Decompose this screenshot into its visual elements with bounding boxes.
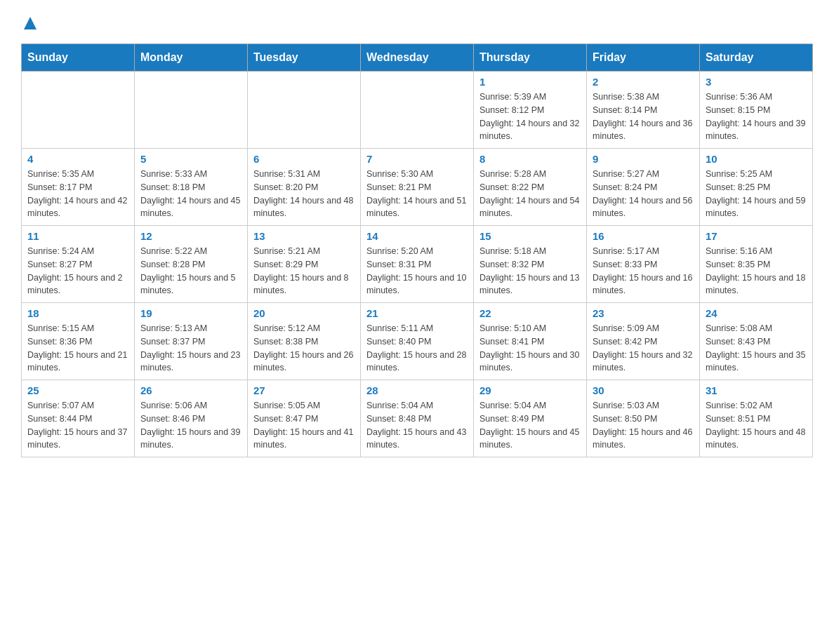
- day-info: Sunrise: 5:06 AMSunset: 8:46 PMDaylight:…: [140, 399, 241, 452]
- calendar-cell: 29Sunrise: 5:04 AMSunset: 8:49 PMDayligh…: [474, 380, 587, 457]
- calendar-cell: 21Sunrise: 5:11 AMSunset: 8:40 PMDayligh…: [361, 303, 474, 380]
- calendar-cell: 22Sunrise: 5:10 AMSunset: 8:41 PMDayligh…: [474, 303, 587, 380]
- day-number: 13: [253, 230, 355, 242]
- day-number: 22: [479, 307, 581, 319]
- day-info: Sunrise: 5:13 AMSunset: 8:37 PMDaylight:…: [140, 322, 241, 375]
- day-number: 19: [140, 307, 241, 319]
- day-info: Sunrise: 5:16 AMSunset: 8:35 PMDaylight:…: [706, 245, 807, 297]
- day-of-week-header: Wednesday: [361, 44, 474, 72]
- day-number: 20: [253, 307, 355, 319]
- day-number: 21: [366, 307, 468, 319]
- calendar-cell: 12Sunrise: 5:22 AMSunset: 8:28 PMDayligh…: [135, 226, 248, 303]
- calendar-cell: 8Sunrise: 5:28 AMSunset: 8:22 PMDaylight…: [474, 149, 587, 226]
- calendar-cell: 14Sunrise: 5:20 AMSunset: 8:31 PMDayligh…: [361, 226, 474, 303]
- calendar-cell: 30Sunrise: 5:03 AMSunset: 8:50 PMDayligh…: [587, 380, 700, 457]
- day-number: 17: [706, 230, 807, 242]
- day-number: 31: [706, 384, 807, 396]
- calendar-cell: 15Sunrise: 5:18 AMSunset: 8:32 PMDayligh…: [474, 226, 587, 303]
- day-number: 14: [366, 230, 468, 242]
- day-info: Sunrise: 5:39 AMSunset: 8:12 PMDaylight:…: [479, 90, 581, 143]
- day-info: Sunrise: 5:07 AMSunset: 8:44 PMDaylight:…: [27, 399, 128, 452]
- calendar-cell: 13Sunrise: 5:21 AMSunset: 8:29 PMDayligh…: [248, 226, 361, 303]
- day-number: 16: [593, 230, 694, 242]
- day-number: 23: [593, 307, 694, 319]
- day-info: Sunrise: 5:20 AMSunset: 8:31 PMDaylight:…: [366, 245, 468, 297]
- calendar-header-row: SundayMondayTuesdayWednesdayThursdayFrid…: [22, 44, 813, 72]
- calendar-cell: [22, 72, 135, 149]
- day-info: Sunrise: 5:17 AMSunset: 8:33 PMDaylight:…: [593, 245, 694, 297]
- day-info: Sunrise: 5:15 AMSunset: 8:36 PMDaylight:…: [27, 322, 128, 375]
- calendar-cell: 6Sunrise: 5:31 AMSunset: 8:20 PMDaylight…: [248, 149, 361, 226]
- calendar-cell: [135, 72, 248, 149]
- day-of-week-header: Tuesday: [248, 44, 361, 72]
- header: [21, 14, 813, 29]
- calendar-cell: 31Sunrise: 5:02 AMSunset: 8:51 PMDayligh…: [700, 380, 813, 457]
- day-number: 10: [706, 153, 807, 165]
- page: SundayMondayTuesdayWednesdayThursdayFrid…: [0, 0, 834, 478]
- day-info: Sunrise: 5:10 AMSunset: 8:41 PMDaylight:…: [479, 322, 581, 375]
- calendar-cell: 25Sunrise: 5:07 AMSunset: 8:44 PMDayligh…: [22, 380, 135, 457]
- week-row: 18Sunrise: 5:15 AMSunset: 8:36 PMDayligh…: [22, 303, 813, 380]
- day-number: 3: [706, 76, 807, 88]
- day-info: Sunrise: 5:22 AMSunset: 8:28 PMDaylight:…: [140, 245, 241, 297]
- day-of-week-header: Sunday: [22, 44, 135, 72]
- day-of-week-header: Saturday: [700, 44, 813, 72]
- calendar-table: SundayMondayTuesdayWednesdayThursdayFrid…: [21, 43, 813, 457]
- calendar-cell: [248, 72, 361, 149]
- calendar-cell: 27Sunrise: 5:05 AMSunset: 8:47 PMDayligh…: [248, 380, 361, 457]
- day-info: Sunrise: 5:04 AMSunset: 8:48 PMDaylight:…: [366, 399, 468, 452]
- week-row: 4Sunrise: 5:35 AMSunset: 8:17 PMDaylight…: [22, 149, 813, 226]
- day-number: 8: [479, 153, 581, 165]
- day-number: 30: [593, 384, 694, 396]
- logo-triangle-icon: [24, 17, 37, 32]
- day-number: 4: [27, 153, 128, 165]
- logo: [21, 14, 37, 29]
- day-number: 11: [27, 230, 128, 242]
- svg-marker-0: [24, 17, 37, 29]
- day-number: 2: [593, 76, 694, 88]
- day-info: Sunrise: 5:11 AMSunset: 8:40 PMDaylight:…: [366, 322, 468, 375]
- day-info: Sunrise: 5:25 AMSunset: 8:25 PMDaylight:…: [706, 168, 807, 220]
- day-info: Sunrise: 5:33 AMSunset: 8:18 PMDaylight:…: [140, 168, 241, 220]
- calendar-cell: [361, 72, 474, 149]
- day-number: 6: [253, 153, 355, 165]
- day-info: Sunrise: 5:12 AMSunset: 8:38 PMDaylight:…: [253, 322, 355, 375]
- day-number: 1: [479, 76, 581, 88]
- day-number: 26: [140, 384, 241, 396]
- calendar-cell: 4Sunrise: 5:35 AMSunset: 8:17 PMDaylight…: [22, 149, 135, 226]
- day-info: Sunrise: 5:18 AMSunset: 8:32 PMDaylight:…: [479, 245, 581, 297]
- calendar-cell: 7Sunrise: 5:30 AMSunset: 8:21 PMDaylight…: [361, 149, 474, 226]
- day-number: 15: [479, 230, 581, 242]
- calendar-cell: 28Sunrise: 5:04 AMSunset: 8:48 PMDayligh…: [361, 380, 474, 457]
- day-info: Sunrise: 5:04 AMSunset: 8:49 PMDaylight:…: [479, 399, 581, 452]
- day-info: Sunrise: 5:30 AMSunset: 8:21 PMDaylight:…: [366, 168, 468, 220]
- day-number: 28: [366, 384, 468, 396]
- calendar-cell: 10Sunrise: 5:25 AMSunset: 8:25 PMDayligh…: [700, 149, 813, 226]
- week-row: 11Sunrise: 5:24 AMSunset: 8:27 PMDayligh…: [22, 226, 813, 303]
- week-row: 25Sunrise: 5:07 AMSunset: 8:44 PMDayligh…: [22, 380, 813, 457]
- calendar-cell: 5Sunrise: 5:33 AMSunset: 8:18 PMDaylight…: [135, 149, 248, 226]
- calendar-cell: 19Sunrise: 5:13 AMSunset: 8:37 PMDayligh…: [135, 303, 248, 380]
- calendar-cell: 20Sunrise: 5:12 AMSunset: 8:38 PMDayligh…: [248, 303, 361, 380]
- calendar-cell: 2Sunrise: 5:38 AMSunset: 8:14 PMDaylight…: [587, 72, 700, 149]
- day-number: 27: [253, 384, 355, 396]
- day-info: Sunrise: 5:35 AMSunset: 8:17 PMDaylight:…: [27, 168, 128, 220]
- calendar-cell: 1Sunrise: 5:39 AMSunset: 8:12 PMDaylight…: [474, 72, 587, 149]
- day-number: 29: [479, 384, 581, 396]
- day-info: Sunrise: 5:03 AMSunset: 8:50 PMDaylight:…: [593, 399, 694, 452]
- day-info: Sunrise: 5:38 AMSunset: 8:14 PMDaylight:…: [593, 90, 694, 143]
- day-number: 18: [27, 307, 128, 319]
- day-info: Sunrise: 5:02 AMSunset: 8:51 PMDaylight:…: [706, 399, 807, 452]
- day-number: 9: [593, 153, 694, 165]
- day-number: 5: [140, 153, 241, 165]
- week-row: 1Sunrise: 5:39 AMSunset: 8:12 PMDaylight…: [22, 72, 813, 149]
- day-info: Sunrise: 5:36 AMSunset: 8:15 PMDaylight:…: [706, 90, 807, 143]
- calendar-cell: 17Sunrise: 5:16 AMSunset: 8:35 PMDayligh…: [700, 226, 813, 303]
- calendar-cell: 9Sunrise: 5:27 AMSunset: 8:24 PMDaylight…: [587, 149, 700, 226]
- day-info: Sunrise: 5:31 AMSunset: 8:20 PMDaylight:…: [253, 168, 355, 220]
- day-info: Sunrise: 5:09 AMSunset: 8:42 PMDaylight:…: [593, 322, 694, 375]
- calendar-cell: 26Sunrise: 5:06 AMSunset: 8:46 PMDayligh…: [135, 380, 248, 457]
- day-of-week-header: Monday: [135, 44, 248, 72]
- day-number: 25: [27, 384, 128, 396]
- day-of-week-header: Thursday: [474, 44, 587, 72]
